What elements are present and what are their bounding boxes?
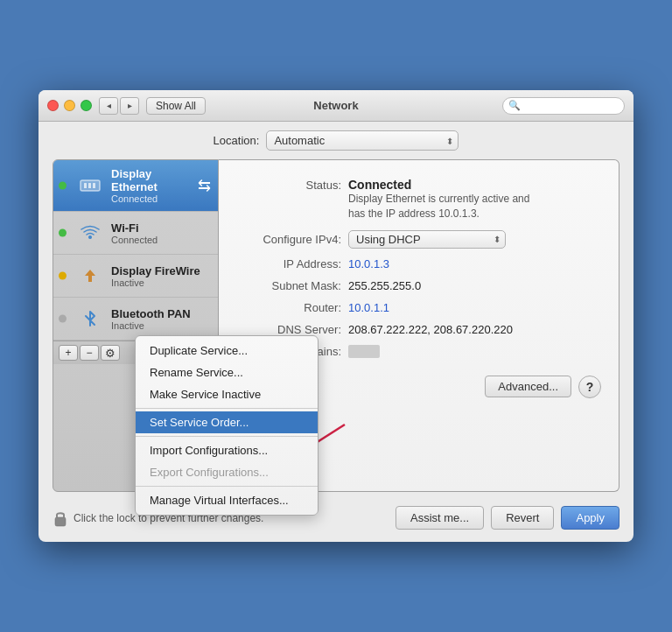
status-value: Connected [348, 178, 411, 192]
bluetooth-status: Inactive [111, 320, 211, 331]
status-dot-bluetooth [59, 315, 66, 323]
search-input[interactable]: 🔍 [502, 97, 625, 115]
minimize-button[interactable] [64, 100, 75, 111]
configure-select-wrap: Using DHCP [348, 230, 506, 249]
status-dot-wifi [59, 229, 66, 237]
search-domains-value: •••••••• [348, 345, 380, 358]
dns-row: DNS Server: 208.67.222.222, 208.67.220.2… [236, 323, 601, 336]
menu-separator-1 [136, 408, 318, 409]
menu-rename-service[interactable]: Rename Service... [136, 362, 318, 383]
subnet-row: Subnet Mask: 255.255.255.0 [236, 279, 601, 292]
menu-separator-3 [136, 486, 318, 487]
service-item-firewire[interactable]: Display FireWire Inactive [53, 255, 218, 298]
help-button[interactable]: ? [578, 376, 601, 398]
network-window: ◂ ▸ Show All Network 🔍 Location: Automat… [38, 90, 634, 542]
dns-label: DNS Server: [236, 323, 341, 336]
menu-make-inactive[interactable]: Make Service Inactive [136, 383, 318, 405]
remove-service-button[interactable]: − [80, 345, 99, 361]
wifi-text: Wi-Fi Connected [111, 221, 211, 245]
router-row: Router: 10.0.1.1 [236, 301, 601, 314]
window-title: Network [313, 99, 358, 112]
location-bar: Location: Automatic [38, 122, 634, 159]
zoom-button[interactable] [80, 100, 92, 111]
svg-rect-2 [88, 183, 91, 188]
ethernet-name: Display Ethernet [111, 167, 196, 193]
ethernet-arrow: ⇆ [198, 176, 211, 195]
firewire-icon [76, 262, 104, 290]
wifi-name: Wi-Fi [111, 221, 211, 235]
wifi-icon [76, 219, 104, 247]
configure-select[interactable]: Using DHCP [348, 230, 506, 249]
ethernet-text: Display Ethernet Connected [111, 167, 196, 204]
revert-button[interactable]: Revert [491, 506, 554, 530]
configure-label: Configure IPv4: [236, 233, 341, 246]
add-service-button[interactable]: + [59, 345, 78, 361]
subnet-value: 255.255.255.0 [348, 279, 421, 292]
location-select-wrap: Automatic [266, 130, 458, 151]
location-label: Location: [214, 134, 260, 147]
svg-rect-5 [55, 517, 66, 526]
service-item-display-ethernet[interactable]: Display Ethernet Connected ⇆ [53, 160, 218, 212]
ip-value: 10.0.1.3 [348, 257, 389, 270]
lock-icon [52, 509, 68, 527]
dns-value: 208.67.222.222, 208.67.220.220 [348, 323, 513, 336]
status-row: Status: Connected Display Ethernet is cu… [236, 178, 601, 221]
firewire-name: Display FireWire [111, 264, 211, 277]
close-button[interactable] [47, 100, 59, 111]
status-label: Status: [236, 179, 341, 192]
menu-duplicate-service[interactable]: Duplicate Service... [136, 340, 318, 362]
bluetooth-text: Bluetooth PAN Inactive [111, 307, 211, 331]
back-button[interactable]: ◂ [99, 97, 118, 115]
context-menu: Duplicate Service... Rename Service... M… [135, 335, 318, 516]
status-value-group: Connected Display Ethernet is currently … [348, 178, 541, 221]
firewire-status: Inactive [111, 277, 211, 288]
assist-button[interactable]: Assist me... [396, 506, 484, 530]
titlebar: ◂ ▸ Show All Network 🔍 [38, 90, 634, 122]
configure-row: Configure IPv4: Using DHCP [236, 230, 601, 249]
search-icon: 🔍 [508, 100, 521, 111]
apply-button[interactable]: Apply [561, 506, 620, 530]
router-label: Router: [236, 301, 341, 314]
bluetooth-icon [76, 305, 104, 333]
status-dot-firewire [59, 272, 66, 280]
menu-manage-virtual-interfaces[interactable]: Manage Virtual Interfaces... [136, 489, 318, 511]
nav-buttons: ◂ ▸ [99, 97, 139, 115]
ethernet-status: Connected [111, 193, 196, 204]
svg-rect-3 [93, 183, 95, 188]
ethernet-icon [76, 172, 104, 200]
ip-row: IP Address: 10.0.1.3 [236, 257, 601, 270]
status-desc: Display Ethernet is currently active and… [348, 192, 541, 221]
wifi-status: Connected [111, 235, 211, 245]
forward-button[interactable]: ▸ [120, 97, 139, 115]
ip-label: IP Address: [236, 257, 341, 270]
firewire-text: Display FireWire Inactive [111, 264, 211, 288]
svg-rect-1 [84, 183, 87, 188]
footer-buttons: Assist me... Revert Apply [396, 506, 620, 530]
svg-point-4 [88, 235, 92, 239]
menu-export-configurations[interactable]: Export Configurations... [136, 461, 318, 483]
status-dot-ethernet [59, 182, 66, 190]
service-item-wifi[interactable]: Wi-Fi Connected [53, 212, 218, 255]
subnet-label: Subnet Mask: [236, 279, 341, 292]
advanced-button[interactable]: Advanced... [485, 376, 571, 397]
menu-import-configurations[interactable]: Import Configurations... [136, 439, 318, 461]
traffic-lights [47, 100, 92, 111]
bluetooth-name: Bluetooth PAN [111, 307, 211, 320]
sidebar-scroll: Display Ethernet Connected ⇆ [53, 160, 218, 341]
show-all-button[interactable]: Show All [146, 97, 206, 115]
service-item-bluetooth[interactable]: Bluetooth PAN Inactive [53, 298, 218, 341]
location-select[interactable]: Automatic [266, 130, 458, 151]
gear-button[interactable]: ⚙ [101, 345, 120, 361]
router-value: 10.0.1.1 [348, 301, 389, 314]
menu-set-service-order[interactable]: Set Service Order... [136, 411, 318, 433]
menu-separator-2 [136, 436, 318, 437]
footer: Click the lock to prevent further change… [38, 506, 634, 542]
